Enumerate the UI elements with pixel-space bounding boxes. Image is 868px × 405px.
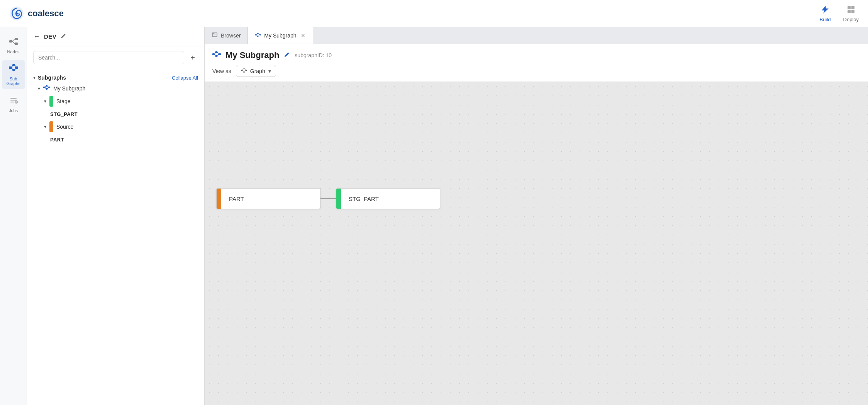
logo-text: coalesce [28, 9, 64, 19]
svg-rect-23 [48, 87, 50, 88]
top-nav: coalesce Build Deploy [0, 0, 868, 27]
svg-line-25 [45, 87, 46, 89]
svg-line-24 [45, 86, 46, 87]
svg-line-44 [217, 52, 219, 54]
right-panel: Browser My Subgraph ✕ [205, 27, 868, 405]
svg-line-16 [12, 68, 12, 70]
stgpart-color-bar [336, 189, 341, 209]
graph-node-part[interactable]: PART [216, 188, 320, 209]
svg-line-18 [15, 68, 15, 70]
svg-rect-11 [9, 66, 12, 69]
svg-rect-39 [215, 51, 217, 53]
sidebar-item-nodes[interactable]: Nodes [2, 33, 25, 57]
svg-rect-2 [848, 6, 851, 9]
svg-rect-33 [259, 34, 261, 35]
svg-line-52 [244, 69, 246, 70]
view-as-label: View as [212, 68, 231, 74]
build-label: Build [820, 17, 831, 22]
edit-workspace-button[interactable] [60, 33, 66, 40]
svg-rect-30 [255, 34, 256, 35]
section-chevron: ▾ [33, 75, 36, 80]
graph-icon [241, 68, 247, 74]
left-panel-header: ← DEV [27, 27, 204, 46]
sidebar-jobs-label: Jobs [9, 108, 18, 113]
view-as-option: Graph [250, 68, 265, 74]
svg-rect-12 [12, 64, 15, 66]
tab-browser[interactable]: Browser [205, 27, 248, 44]
nodes-icon [8, 36, 19, 48]
part-node-label: PART [221, 196, 252, 202]
coalesce-logo-icon [9, 6, 24, 21]
svg-line-51 [242, 70, 243, 72]
tabs-bar: Browser My Subgraph ✕ [205, 27, 868, 44]
tab-close-button[interactable]: ✕ [300, 32, 307, 39]
sidebar-item-subgraphs[interactable]: Sub Graphs [2, 60, 25, 89]
stage-label: Stage [56, 98, 71, 104]
svg-rect-4 [848, 10, 851, 13]
add-button[interactable]: + [187, 52, 198, 63]
tree-item-mysubgraph[interactable]: ▾ My Subgraph [27, 83, 204, 94]
svg-line-9 [12, 39, 15, 41]
build-icon [820, 4, 831, 15]
svg-rect-14 [15, 66, 18, 69]
tree-item-source[interactable]: ▾ Source [27, 119, 204, 134]
stage-color-dot [49, 96, 53, 107]
deploy-icon [846, 4, 856, 15]
svg-line-15 [12, 65, 12, 68]
sidebar-nodes-label: Nodes [7, 49, 20, 54]
svg-rect-7 [15, 38, 18, 40]
nav-actions: Build Deploy [820, 4, 859, 22]
tab-browser-label: Browser [221, 32, 241, 39]
subgraphs-icon [8, 63, 19, 75]
icon-sidebar: Nodes Sub Graphs [0, 27, 27, 405]
tree-item-stage[interactable]: ▾ Stage [27, 94, 204, 109]
view-as-select[interactable]: Graph ▾ [236, 65, 276, 77]
content-subgraph-id: subgraphID: 10 [295, 52, 332, 58]
svg-line-27 [47, 87, 48, 89]
deploy-button[interactable]: Deploy [843, 4, 859, 22]
tree-area: ▾ Subgraphs Collapse All ▾ [27, 69, 204, 405]
graph-canvas[interactable]: PART STG_PART [205, 82, 868, 405]
section-label: Subgraphs [38, 75, 66, 81]
collapse-all-button[interactable]: Collapse All [172, 75, 198, 81]
tree-leaf-part[interactable]: PART [27, 134, 204, 145]
svg-rect-5 [851, 10, 854, 13]
sidebar-subgraphs-label: Sub Graphs [3, 77, 24, 86]
tab-mysubgraph-label: My Subgraph [264, 32, 296, 39]
header-left: ← DEV [33, 32, 66, 41]
logo-area: coalesce [9, 6, 64, 21]
svg-line-45 [217, 54, 219, 56]
left-panel: ← DEV + ▾ Subgraphs Collapse [27, 27, 205, 405]
svg-point-1 [15, 12, 18, 15]
source-color-dot [49, 121, 53, 132]
tab-mysubgraph[interactable]: My Subgraph ✕ [248, 27, 314, 44]
sidebar-item-jobs[interactable]: Jobs [2, 92, 25, 116]
svg-rect-31 [257, 33, 259, 34]
svg-line-26 [47, 86, 48, 87]
back-button[interactable]: ← [33, 32, 40, 41]
svg-line-17 [15, 65, 15, 68]
search-input[interactable] [33, 51, 184, 64]
main-layout: Nodes Sub Graphs [0, 27, 868, 405]
view-as-row: View as Graph [212, 65, 860, 82]
section-header-left[interactable]: ▾ Subgraphs [33, 75, 66, 81]
graph-node-stgpart[interactable]: STG_PART [336, 188, 440, 209]
svg-point-48 [243, 72, 244, 73]
svg-point-28 [213, 33, 214, 34]
svg-rect-8 [15, 43, 18, 45]
build-button[interactable]: Build [820, 4, 831, 22]
svg-line-53 [244, 70, 246, 72]
browser-tab-icon [212, 32, 218, 39]
svg-line-36 [259, 33, 260, 35]
svg-line-10 [12, 41, 15, 44]
stg-part-label: STG_PART [50, 111, 78, 117]
content-title: My Subgraph [225, 50, 279, 60]
my-subgraph-label: My Subgraph [53, 85, 85, 92]
content-title-row: My Subgraph subgraphID: 10 [212, 50, 860, 60]
content-subgraph-icon [212, 51, 221, 60]
graph-edges-svg [205, 82, 868, 405]
tree-leaf-stgpart[interactable]: STG_PART [27, 109, 204, 119]
search-bar-area: + [27, 46, 204, 69]
content-edit-button[interactable] [284, 51, 290, 59]
part-label: PART [50, 137, 64, 143]
